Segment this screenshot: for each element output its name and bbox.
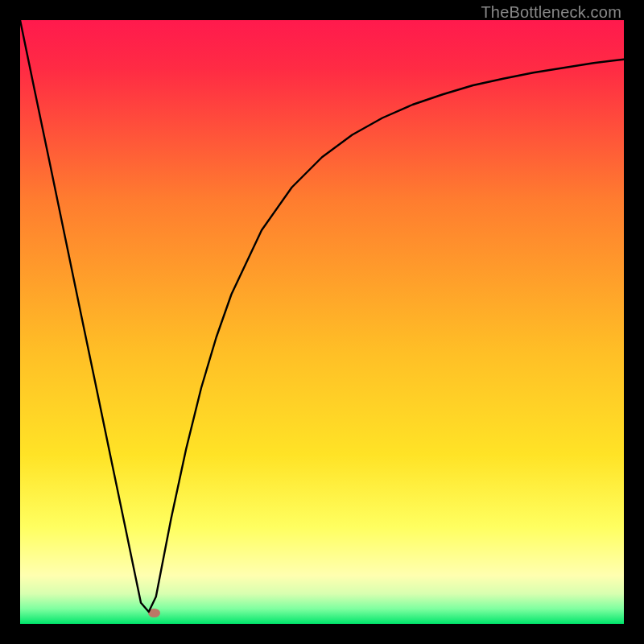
watermark-text: TheBottleneck.com — [481, 3, 621, 22]
heat-gradient — [20, 20, 624, 624]
svg-rect-0 — [20, 20, 624, 624]
operating-point-marker — [148, 609, 160, 617]
plot-area — [20, 20, 624, 624]
